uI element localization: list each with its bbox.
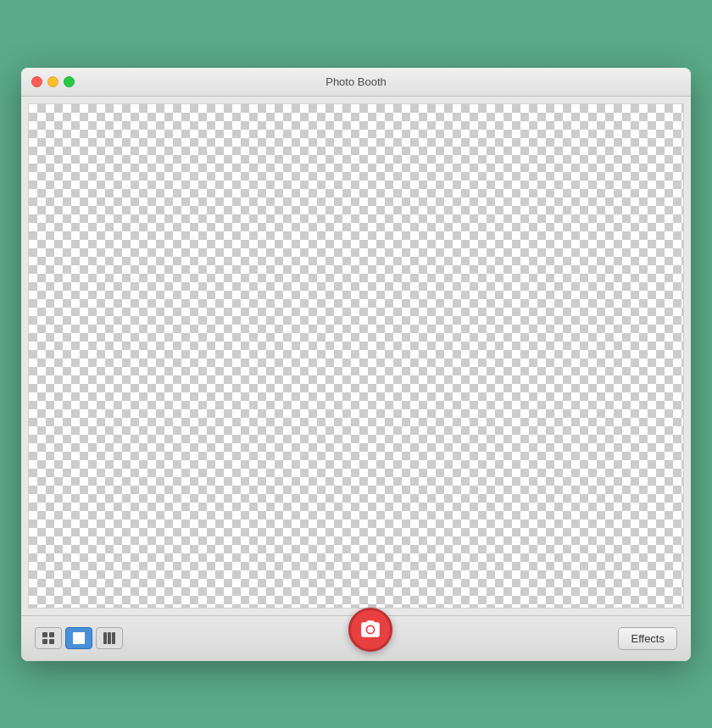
svg-rect-7 [112, 632, 115, 644]
effects-button[interactable]: Effects [618, 627, 677, 650]
svg-rect-5 [103, 632, 107, 644]
svg-rect-6 [108, 632, 111, 644]
capture-button[interactable] [348, 608, 392, 652]
minimize-button[interactable] [47, 76, 58, 87]
titlebar: Photo Booth [21, 68, 691, 97]
single-view-button[interactable] [65, 627, 92, 649]
svg-rect-3 [49, 639, 54, 644]
view-mode-buttons [35, 627, 123, 649]
capture-section [348, 616, 392, 660]
grid-view-button[interactable] [35, 627, 62, 649]
svg-rect-0 [42, 632, 47, 637]
svg-rect-4 [73, 632, 85, 644]
window-title: Photo Booth [325, 75, 387, 88]
maximize-button[interactable] [64, 76, 75, 87]
window-controls [31, 76, 75, 87]
toolbar: Effects [21, 615, 691, 661]
close-button[interactable] [31, 76, 42, 87]
effects-section: Effects [618, 627, 677, 650]
camera-view [28, 103, 684, 609]
app-background: Photo Booth [0, 0, 712, 728]
photo-booth-window: Photo Booth [21, 68, 691, 661]
strip-view-button[interactable] [96, 627, 123, 649]
svg-rect-1 [49, 632, 54, 637]
svg-rect-2 [42, 639, 47, 644]
